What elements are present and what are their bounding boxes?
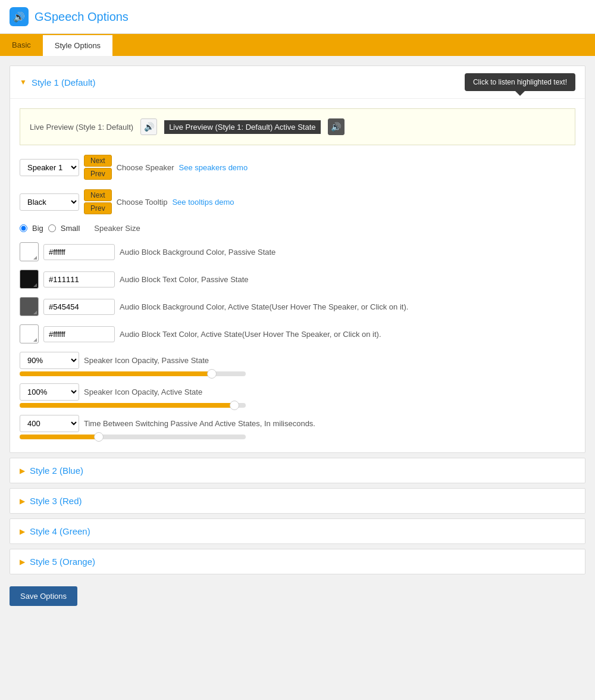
- transition-slider[interactable]: [20, 435, 246, 439]
- style5-section: ▶ Style 5 (Orange): [10, 549, 585, 574]
- color-bg-active-input[interactable]: [43, 299, 115, 315]
- tooltip-select[interactable]: Black: [20, 193, 79, 211]
- tooltip-prev-button[interactable]: Prev: [84, 202, 112, 214]
- tooltip-choose-label: Choose Tooltip: [117, 198, 168, 207]
- header: 🔊 GSpeech Options: [0, 0, 595, 34]
- opacity-passive-select[interactable]: 90%: [20, 352, 79, 369]
- transition-select[interactable]: 400: [20, 415, 79, 432]
- size-small-radio[interactable]: [48, 224, 56, 232]
- opacity-active-form: 100% Speaker Icon Opacity, Active State: [20, 383, 575, 401]
- style3-section: ▶ Style 3 (Red): [10, 488, 585, 514]
- style1-chevron-icon: ▼: [20, 78, 27, 86]
- speaker-next-prev: Next Prev: [84, 155, 112, 180]
- size-big-radio[interactable]: [20, 224, 27, 232]
- speaker-size-label: Speaker Size: [94, 224, 140, 233]
- size-small-label: Small: [61, 224, 80, 233]
- style4-section: ▶ Style 4 (Green): [10, 518, 585, 544]
- speaker-prev-button[interactable]: Prev: [84, 168, 112, 180]
- app-title: GSpeech Options: [35, 10, 129, 24]
- speaker-row: Speaker 1 Next Prev Choose Speaker See s…: [20, 155, 575, 180]
- tooltip-row: Black Next Prev Choose Tooltip See toolt…: [20, 189, 575, 214]
- style2-chevron-icon: ▶: [20, 467, 25, 475]
- opacity-active-select[interactable]: 100%: [20, 383, 79, 401]
- color-text-passive-input[interactable]: [43, 271, 115, 288]
- preview-active-speaker-icon[interactable]: 🔊: [328, 118, 345, 135]
- color-bg-passive-row: Audio Block Background Color, Passive St…: [20, 242, 575, 261]
- preview-active-text: Live Preview (Style 1: Default) Active S…: [164, 120, 320, 134]
- tooltip-next-prev: Next Prev: [84, 189, 112, 214]
- preview-passive-speaker-icon[interactable]: 🔊: [140, 118, 157, 135]
- style5-header[interactable]: ▶ Style 5 (Orange): [10, 549, 585, 574]
- style5-chevron-icon: ▶: [20, 558, 25, 566]
- tooltip-bubble: Click to listen highlighted text!: [465, 73, 575, 91]
- color-text-passive-swatch[interactable]: [20, 270, 39, 289]
- speaker-select[interactable]: Speaker 1: [20, 159, 79, 176]
- style5-title: Style 5 (Orange): [30, 557, 95, 567]
- opacity-active-slider[interactable]: [20, 403, 246, 408]
- speaker-next-button[interactable]: Next: [84, 155, 112, 167]
- style2-section: ▶ Style 2 (Blue): [10, 458, 585, 483]
- opacity-passive-label: Speaker Icon Opacity, Passive State: [84, 356, 209, 365]
- transition-row: 400 Time Between Switching Passive And A…: [20, 415, 575, 439]
- content-area: ▼ Style 1 (Default) Click to listen high…: [0, 56, 595, 615]
- opacity-active-label: Speaker Icon Opacity, Active State: [84, 388, 202, 396]
- color-text-active-input[interactable]: [43, 326, 115, 342]
- style1-header[interactable]: ▼ Style 1 (Default) Click to listen high…: [10, 66, 585, 99]
- style3-header[interactable]: ▶ Style 3 (Red): [10, 489, 585, 513]
- tooltip-next-button[interactable]: Next: [84, 189, 112, 201]
- color-bg-passive-desc: Audio Block Background Color, Passive St…: [120, 248, 275, 257]
- style4-chevron-icon: ▶: [20, 527, 25, 536]
- style3-title: Style 3 (Red): [30, 496, 82, 506]
- speaker-demo-link[interactable]: See speakers demo: [179, 163, 248, 172]
- style4-header[interactable]: ▶ Style 4 (Green): [10, 519, 585, 543]
- style1-body: Live Preview (Style 1: Default) 🔊 Live P…: [10, 99, 585, 452]
- opacity-active-row: 100% Speaker Icon Opacity, Active State: [20, 383, 575, 408]
- speaker-size-row: Big Small Speaker Size: [20, 224, 575, 233]
- opacity-passive-slider[interactable]: [20, 371, 246, 376]
- tab-basic[interactable]: Basic: [0, 34, 43, 56]
- color-bg-active-row: Audio Block Background Color, Active Sta…: [20, 297, 575, 316]
- color-text-active-swatch[interactable]: [20, 324, 39, 343]
- transition-form: 400 Time Between Switching Passive And A…: [20, 415, 575, 432]
- color-bg-active-swatch[interactable]: [20, 297, 39, 316]
- tooltip-demo-link[interactable]: See tooltips demo: [172, 198, 234, 207]
- style2-title: Style 2 (Blue): [30, 465, 83, 476]
- color-text-passive-row: Audio Block Text Color, Passive State: [20, 270, 575, 289]
- style1-title: Style 1 (Default): [32, 77, 96, 88]
- color-text-passive-desc: Audio Block Text Color, Passive State: [120, 275, 249, 284]
- save-options-button[interactable]: Save Options: [10, 586, 77, 606]
- app-icon: 🔊: [10, 7, 29, 26]
- color-text-active-row: Audio Block Text Color, Active State(Use…: [20, 324, 575, 343]
- size-big-label: Big: [32, 224, 43, 233]
- color-bg-active-desc: Audio Block Background Color, Active Sta…: [120, 302, 408, 311]
- preview-passive-text: Live Preview (Style 1: Default): [30, 123, 133, 132]
- style4-title: Style 4 (Green): [30, 526, 90, 536]
- tab-style-options[interactable]: Style Options: [43, 34, 112, 56]
- opacity-passive-form: 90% Speaker Icon Opacity, Passive State: [20, 352, 575, 369]
- style3-chevron-icon: ▶: [20, 497, 25, 505]
- speaker-choose-label: Choose Speaker: [117, 163, 174, 172]
- color-bg-passive-input[interactable]: [43, 244, 115, 260]
- color-text-active-desc: Audio Block Text Color, Active State(Use…: [120, 330, 381, 339]
- preview-box: Live Preview (Style 1: Default) 🔊 Live P…: [20, 108, 575, 145]
- style1-section: ▼ Style 1 (Default) Click to listen high…: [10, 65, 585, 453]
- opacity-passive-row: 90% Speaker Icon Opacity, Passive State: [20, 352, 575, 376]
- style2-header[interactable]: ▶ Style 2 (Blue): [10, 458, 585, 483]
- transition-label: Time Between Switching Passive And Activ…: [84, 419, 315, 428]
- tooltip-text: Click to listen highlighted text!: [473, 78, 567, 86]
- tabs-bar: Basic Style Options: [0, 34, 595, 56]
- color-bg-passive-swatch[interactable]: [20, 242, 39, 261]
- speaker-size-group: Big Small: [20, 224, 80, 233]
